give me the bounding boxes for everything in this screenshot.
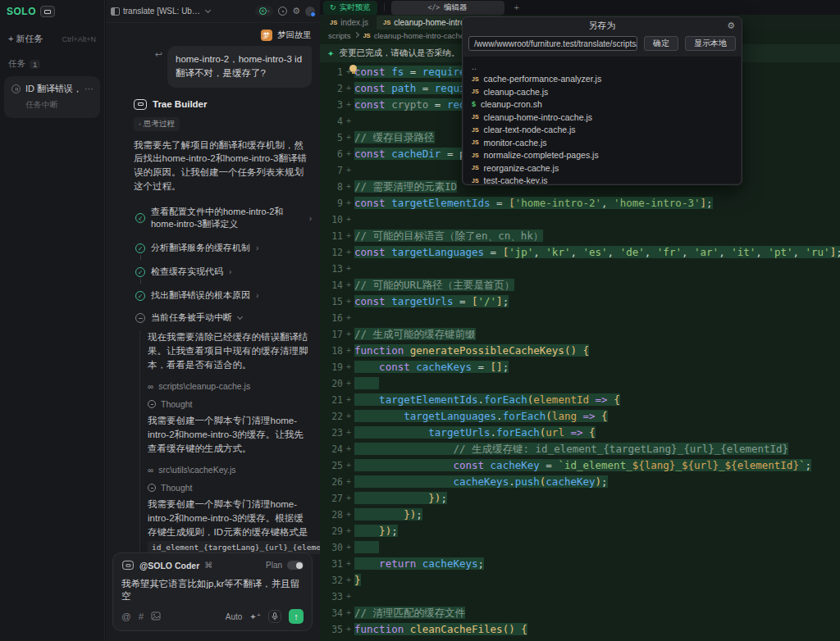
save-path-input[interactable]: /www/wwwroot/furniture.test/translate/sc… bbox=[468, 36, 637, 51]
dialog-file-item[interactable]: JStest-cache-key.js bbox=[472, 175, 741, 184]
dialog-file-item[interactable]: JSreorganize-cache.js bbox=[472, 161, 741, 175]
task-step[interactable]: ✓找出翻译错误的根本原因› bbox=[135, 286, 312, 310]
model-auto-label[interactable]: Auto bbox=[226, 612, 243, 621]
solo-coder-icon bbox=[122, 561, 134, 570]
conversation-scroll[interactable]: 梦 梦回故里 ↩ home-intro-2，home-intro-3 id 翻译… bbox=[106, 23, 320, 567]
agent-selector[interactable]: @SOLO Coder bbox=[139, 561, 199, 571]
add-tab-button[interactable]: + bbox=[514, 2, 519, 12]
plan-toggle[interactable] bbox=[287, 561, 304, 570]
code-line[interactable]: 13+ bbox=[320, 261, 840, 277]
task-sidebar: SOLO + 新任务 Ctrl+Alt+N 任务 1 ID 翻译错误，缓存问题 … bbox=[0, 0, 105, 641]
code-line[interactable]: 25+ const cacheKey = `id_element_${lang}… bbox=[320, 457, 840, 474]
send-button[interactable]: ↑ bbox=[289, 609, 304, 624]
inlay-hint-dots: ⋯ bbox=[404, 78, 412, 86]
task-step[interactable]: ✓检查缓存实现代码› bbox=[135, 262, 312, 286]
restore-checkpoint-icon[interactable]: ↩ bbox=[155, 49, 162, 60]
code-line[interactable]: 32+} bbox=[320, 572, 840, 589]
code-line[interactable]: 14+// 可能的URL路径（主要是首页） bbox=[320, 277, 840, 293]
js-file-icon: JS bbox=[472, 165, 479, 170]
code-line[interactable]: 12+const targetLanguages = ['jp', 'kr', … bbox=[320, 244, 840, 261]
js-file-icon: JS bbox=[383, 19, 390, 26]
viewed-file-icon: ∞ bbox=[148, 382, 153, 391]
file-tab[interactable]: JSindex.js bbox=[323, 16, 375, 30]
interrupted-icon bbox=[135, 313, 145, 323]
code-line[interactable]: 17+// 生成可能的缓存键前缀 bbox=[320, 326, 840, 343]
code-line[interactable]: 28+ }); bbox=[320, 507, 840, 523]
code-line[interactable]: 19+ const cacheKeys = []; bbox=[320, 359, 840, 375]
dialog-file-item[interactable]: .. bbox=[472, 60, 741, 73]
code-line[interactable]: 21+ targetElementIds.forEach(elementId =… bbox=[320, 392, 840, 408]
thought-row[interactable]: Thought bbox=[148, 483, 312, 493]
dialog-file-item[interactable]: $cleanup-cron.sh bbox=[472, 98, 741, 111]
workspace-dropdown-icon[interactable] bbox=[205, 7, 211, 13]
task-menu-button[interactable]: ⋯ bbox=[84, 84, 94, 94]
task-step[interactable]: ✓分析翻译服务的缓存机制› bbox=[135, 239, 312, 262]
tab-live-preview[interactable]: ↻ 实时预览 bbox=[323, 1, 377, 15]
workspace-title[interactable]: translate [WSL: Ubuntu-24... bbox=[123, 7, 202, 16]
code-line[interactable]: 33+ bbox=[320, 589, 840, 605]
chevron-down-icon bbox=[237, 314, 243, 320]
new-chat-button[interactable]: +› bbox=[255, 6, 273, 16]
viewed-file-row[interactable]: ∞ scripts\cleanup-cache.js bbox=[148, 381, 312, 391]
code-line[interactable]: 18+function generatePossibleCacheKeys() … bbox=[320, 343, 840, 359]
code-line[interactable]: 31+ return cacheKeys; bbox=[320, 556, 840, 572]
code-line[interactable]: 35+function cleanCacheFiles() { bbox=[320, 621, 840, 638]
mic-button[interactable] bbox=[268, 610, 281, 623]
code-line[interactable]: 34+// 清理匹配的缓存文件 bbox=[320, 605, 840, 621]
step-done-icon: ✓ bbox=[135, 291, 145, 301]
task-step-list: ✓查看配置文件中的home-intro-2和home-intro-3翻译定义›✓… bbox=[135, 202, 312, 310]
code-icon: </> bbox=[428, 4, 440, 11]
code-line[interactable]: 24+ // 生成缓存键: id_element_{targetLang}_{u… bbox=[320, 441, 840, 457]
code-line[interactable]: 11+// 可能的目标语言（除了en、cn、hk） bbox=[320, 228, 840, 244]
viewed-file-row[interactable]: ∞ src\utils\cacheKey.js bbox=[148, 465, 312, 475]
code-line[interactable]: 23+ targetUrls.forEach(url => { bbox=[320, 425, 840, 441]
show-local-button[interactable]: 显示本地 bbox=[685, 36, 736, 51]
chat-input-card[interactable]: @SOLO Coder ⌘ Plan 我希望其它语言比如jp,kr等不翻译，并且… bbox=[112, 552, 313, 631]
code-line[interactable]: 9+const targetElementIds = ['home-intro-… bbox=[320, 195, 840, 211]
interrupted-row[interactable]: 当前任务被手动中断 bbox=[135, 311, 312, 324]
detail-paragraph: 我需要创建一个脚本专门清理home-intro-2和home-intro-3的缓… bbox=[148, 414, 312, 455]
tab-editor[interactable]: </> 编辑器 bbox=[391, 1, 504, 15]
solo-logo: SOLO bbox=[7, 6, 36, 17]
thinking-process-chip[interactable]: ›思考过程 bbox=[134, 117, 180, 131]
js-file-icon: JS bbox=[472, 89, 479, 94]
dialog-file-item[interactable]: JScleanup-home-intro-cache.js bbox=[472, 111, 741, 124]
context-icon[interactable]: # bbox=[139, 611, 144, 621]
message-input[interactable]: 我希望其它语言比如jp,kr等不翻译，并且留空 bbox=[121, 578, 304, 602]
code-line[interactable]: 27+ }); bbox=[320, 490, 840, 507]
dialog-file-item[interactable]: JScleanup-cache.js bbox=[472, 85, 741, 98]
task-item[interactable]: ID 翻译错误，缓存问题 ⋯ 任务中断 bbox=[4, 76, 100, 118]
code-line[interactable]: 22+ targetLanguages.forEach(lang => { bbox=[320, 408, 840, 425]
js-file-icon: JS bbox=[472, 178, 479, 184]
enhance-prompt-icon[interactable]: ✦⁺ bbox=[249, 612, 261, 621]
lightbulb-icon[interactable] bbox=[349, 65, 357, 72]
mention-icon[interactable]: @ bbox=[121, 611, 131, 621]
chat-history-icon[interactable] bbox=[278, 7, 287, 16]
task-step[interactable]: ✓查看配置文件中的home-intro-2和home-intro-3翻译定义› bbox=[135, 202, 312, 239]
interrupted-detail: 现在我需要清除已经缓存的错误翻译结果。让我查看项目中现有的缓存清理脚本，看看是否… bbox=[139, 330, 312, 567]
dialog-settings-icon[interactable]: ⚙ bbox=[727, 20, 735, 31]
code-line[interactable]: 29+ }); bbox=[320, 523, 840, 539]
user-name: 梦回故里 bbox=[277, 30, 312, 41]
new-task-button[interactable]: + 新任务 Ctrl+Alt+N bbox=[5, 28, 99, 50]
thought-icon bbox=[148, 484, 156, 492]
settings-gear-icon[interactable]: ⚙ bbox=[292, 7, 300, 16]
dialog-file-item[interactable]: JSmonitor-cache.js bbox=[472, 136, 741, 149]
detail-paragraph: 现在我需要清除已经缓存的错误翻译结果。让我查看项目中现有的缓存清理脚本，看看是否… bbox=[148, 330, 312, 371]
confirm-button[interactable]: 确定 bbox=[644, 36, 678, 51]
code-line[interactable]: 16+ bbox=[320, 310, 840, 326]
collapse-sidebar-icon[interactable] bbox=[111, 7, 120, 16]
dialog-file-item[interactable]: JScache-performance-analyzer.js bbox=[472, 73, 741, 86]
account-avatar[interactable] bbox=[305, 7, 315, 16]
code-line[interactable]: 15+const targetUrls = ['/']; bbox=[320, 293, 840, 310]
dialog-file-item[interactable]: JSnormalize-completed-pages.js bbox=[472, 149, 741, 162]
builder-icon bbox=[134, 99, 147, 110]
code-line[interactable]: 20+ bbox=[320, 375, 840, 392]
dialog-file-item[interactable]: JSclear-text-node-cache.js bbox=[472, 124, 741, 137]
code-line[interactable]: 26+ cacheKeys.push(cacheKey); bbox=[320, 474, 840, 490]
task-status: 任务中断 bbox=[25, 99, 94, 111]
attach-image-icon[interactable] bbox=[151, 611, 161, 622]
thought-row[interactable]: Thought bbox=[148, 399, 312, 409]
code-line[interactable]: 10+ bbox=[320, 211, 840, 228]
code-line[interactable]: 30+ bbox=[320, 539, 840, 556]
